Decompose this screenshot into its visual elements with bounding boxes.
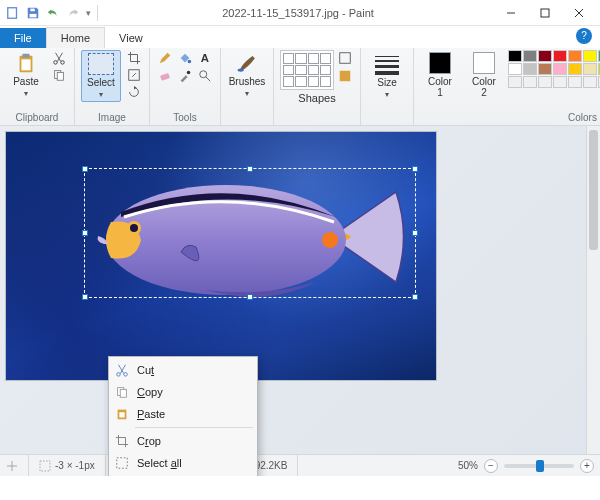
paste-icon (113, 407, 131, 421)
tab-file[interactable]: File (0, 28, 46, 48)
ribbon: Paste ▾ Clipboard Select ▾ Image (0, 48, 600, 126)
shapes-gallery[interactable] (280, 50, 334, 90)
close-button[interactable] (562, 0, 596, 26)
ctx-paste[interactable]: Paste (109, 403, 257, 425)
svg-text:A: A (201, 52, 209, 64)
fill-tool[interactable] (176, 50, 194, 66)
palette-swatch[interactable] (568, 63, 582, 75)
tab-view[interactable]: View (105, 28, 157, 48)
magnifier-tool[interactable] (196, 68, 214, 84)
palette-swatch[interactable] (583, 76, 597, 88)
maximize-button[interactable] (528, 0, 562, 26)
color-palette[interactable] (508, 50, 600, 88)
palette-swatch[interactable] (583, 63, 597, 75)
text-tool[interactable]: A (196, 50, 214, 66)
color2-button[interactable]: Color 2 (464, 50, 504, 98)
shape-fill-button[interactable] (336, 68, 354, 84)
group-image-label: Image (81, 112, 143, 125)
qat-dropdown-icon[interactable]: ▾ (86, 8, 91, 18)
redo-icon[interactable] (64, 4, 82, 22)
palette-swatch[interactable] (508, 63, 522, 75)
copy-button[interactable] (50, 67, 68, 83)
ctx-select-all[interactable]: Select all (109, 452, 257, 474)
palette-swatch[interactable] (523, 50, 537, 62)
brushes-button[interactable]: Brushes ▾ (227, 50, 267, 98)
crop-button[interactable] (125, 50, 143, 66)
ctx-cut[interactable]: Cut (109, 359, 257, 381)
undo-icon[interactable] (44, 4, 62, 22)
cut-button[interactable] (50, 50, 68, 66)
color1-button[interactable]: Color 1 (420, 50, 460, 98)
minimize-button[interactable] (494, 0, 528, 26)
rotate-button[interactable] (125, 84, 143, 100)
palette-swatch[interactable] (538, 50, 552, 62)
selection-rectangle[interactable] (84, 168, 416, 298)
zoom-thumb[interactable] (536, 460, 544, 472)
scissors-icon (113, 363, 131, 377)
palette-swatch[interactable] (553, 76, 567, 88)
window-title: 2022-11-15_153917.jpg - Paint (102, 7, 494, 19)
selection-handle[interactable] (412, 166, 418, 172)
ctx-crop[interactable]: Crop (109, 430, 257, 452)
tab-home[interactable]: Home (46, 27, 105, 48)
color2-label: Color 2 (472, 76, 496, 98)
palette-swatch[interactable] (568, 76, 582, 88)
group-tools-label: Tools (156, 112, 214, 125)
vertical-scrollbar[interactable] (586, 126, 600, 454)
svg-rect-11 (57, 72, 63, 80)
selection-handle[interactable] (82, 294, 88, 300)
palette-swatch[interactable] (568, 50, 582, 62)
group-shapes: Shapes (274, 48, 361, 125)
scrollbar-thumb[interactable] (589, 130, 598, 250)
ctx-copy[interactable]: Copy (109, 381, 257, 403)
status-cursor-tool (6, 455, 29, 476)
eraser-tool[interactable] (156, 68, 174, 84)
selection-handle[interactable] (247, 166, 253, 172)
selection-handle[interactable] (412, 294, 418, 300)
select-button[interactable]: Select ▾ (81, 50, 121, 102)
svg-rect-6 (22, 54, 29, 58)
palette-swatch[interactable] (583, 50, 597, 62)
svg-rect-15 (160, 73, 170, 81)
chevron-down-icon: ▾ (245, 89, 249, 98)
save-icon[interactable] (24, 4, 42, 22)
palette-swatch[interactable] (553, 50, 567, 62)
ctx-crop-label: Crop (137, 435, 161, 447)
selection-handle[interactable] (247, 294, 253, 300)
help-button[interactable]: ? (576, 28, 592, 44)
selection-handle[interactable] (412, 230, 418, 236)
palette-swatch[interactable] (538, 63, 552, 75)
zoom-out-button[interactable]: − (484, 459, 498, 473)
chevron-down-icon: ▾ (385, 90, 389, 99)
palette-swatch[interactable] (538, 76, 552, 88)
svg-point-27 (124, 373, 128, 377)
resize-button[interactable] (125, 67, 143, 83)
palette-swatch[interactable] (523, 63, 537, 75)
group-image: Select ▾ Image (75, 48, 150, 125)
paste-label: Paste (13, 76, 39, 87)
ctx-copy-label: Copy (137, 386, 163, 398)
picker-tool[interactable] (176, 68, 194, 84)
qat-file-icon[interactable] (4, 4, 22, 22)
ctx-invert-selection[interactable]: Invert selection (109, 474, 257, 476)
palette-swatch[interactable] (508, 76, 522, 88)
size-label: Size (377, 77, 396, 88)
selection-handle[interactable] (82, 230, 88, 236)
svg-point-8 (54, 61, 58, 65)
zoom-in-button[interactable]: + (580, 459, 594, 473)
size-button[interactable]: Size ▾ (367, 50, 407, 99)
zoom-slider[interactable] (504, 464, 574, 468)
canvas[interactable] (6, 132, 436, 380)
palette-swatch[interactable] (508, 50, 522, 62)
chevron-down-icon: ▾ (99, 90, 103, 99)
paste-button[interactable]: Paste ▾ (6, 50, 46, 98)
pencil-tool[interactable] (156, 50, 174, 66)
work-area: Cut Copy Paste Crop Select all Invert se… (0, 126, 600, 476)
selection-handle[interactable] (82, 166, 88, 172)
palette-swatch[interactable] (553, 63, 567, 75)
svg-rect-32 (117, 458, 128, 469)
copy-icon (113, 385, 131, 399)
palette-swatch[interactable] (523, 76, 537, 88)
svg-rect-2 (30, 8, 34, 11)
shape-outline-button[interactable] (336, 50, 354, 66)
